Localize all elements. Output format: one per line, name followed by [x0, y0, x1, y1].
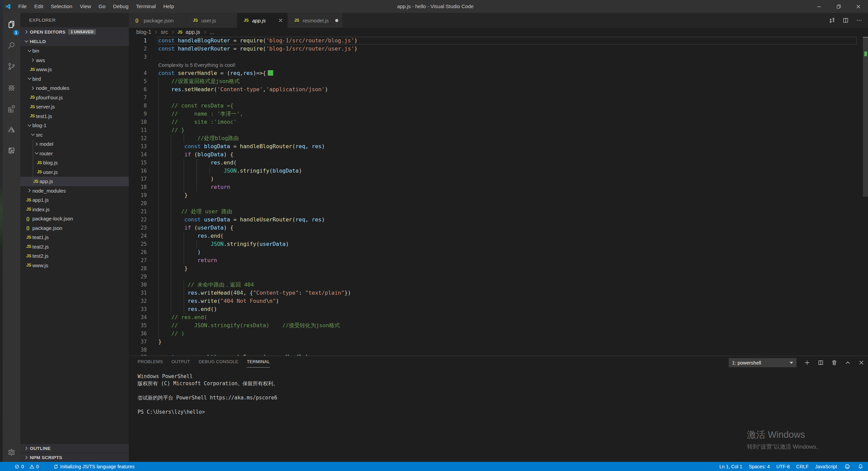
split-editor-button[interactable]	[842, 17, 849, 24]
close-panel-button[interactable]	[858, 359, 865, 366]
token: blogData	[272, 168, 299, 174]
menu-terminal[interactable]: Terminal	[132, 0, 160, 13]
language-status[interactable]: Initializing JS/TS language features	[53, 464, 135, 469]
tab-close-icon[interactable]	[278, 18, 283, 23]
select-arrow-icon	[790, 362, 793, 364]
activity-settings[interactable]	[6, 447, 17, 458]
status-indentation[interactable]: Spaces: 4	[749, 464, 770, 469]
tree-item-server.js[interactable]: JSserver.js	[20, 102, 129, 112]
status-cursor-position[interactable]: Ln 1, Col 1	[719, 464, 742, 469]
tree-item-package-lock.json[interactable]: {}package-lock.json	[20, 214, 129, 223]
activity-explorer[interactable]: 1	[6, 19, 17, 30]
tree-item-blog.js[interactable]: JSblog.js	[20, 158, 129, 168]
tree-item-src[interactable]: src	[20, 130, 129, 140]
editor-scrollbar[interactable]	[863, 37, 868, 356]
panel-tab-problems[interactable]: PROBLEMS	[138, 356, 163, 368]
token: userData	[204, 216, 230, 223]
minimize-button[interactable]	[809, 0, 829, 13]
breadcrumb-app.js[interactable]: JSapp.js	[178, 29, 200, 35]
token: }	[184, 265, 188, 272]
tab-package.json[interactable]: {}package.json	[129, 13, 186, 28]
breadcrumb-...[interactable]: ...	[210, 29, 214, 35]
tree-item-aws[interactable]: aws	[20, 56, 129, 65]
chevron-right-icon	[34, 141, 39, 147]
activity-deploy[interactable]	[6, 145, 17, 156]
tree-item-pfourFour.js[interactable]: JSpfourFour.js	[20, 93, 129, 102]
folder-section-header[interactable]: HELLO	[20, 37, 129, 46]
close-button[interactable]	[848, 0, 868, 13]
tab-resmodel.js[interactable]: JSresmodel.js	[288, 13, 343, 28]
restore-button[interactable]	[829, 0, 848, 13]
menu-file[interactable]: File	[15, 0, 31, 13]
terminal-select[interactable]: 1: powershell	[729, 358, 796, 367]
tab-app.js[interactable]: JSapp.js	[237, 13, 288, 28]
tree-item-www.js[interactable]: JSwww.js	[20, 65, 129, 74]
new-terminal-button[interactable]	[804, 359, 810, 366]
section-npm-scripts[interactable]: NPM SCRIPTS	[20, 453, 129, 462]
tree-item-app1.js[interactable]: JSapp1.js	[20, 195, 129, 205]
tree-item-router[interactable]: router	[20, 149, 129, 158]
sync-icon	[53, 464, 59, 469]
tree-item-node_modules[interactable]: node_modules	[20, 83, 129, 93]
panel-tab-terminal[interactable]: TERMINAL	[247, 356, 270, 368]
menu-debug[interactable]: Debug	[109, 0, 132, 13]
menu-selection[interactable]: Selection	[47, 0, 76, 13]
open-editors-section-header[interactable]: OPEN EDITORS 1 UNSAVED	[20, 27, 129, 37]
panel-tab-debug-console[interactable]: DEBUG CONSOLE	[199, 356, 238, 368]
breadcrumb-blog-1[interactable]: blog-1	[136, 29, 151, 35]
tree-item-model[interactable]: model	[20, 139, 129, 149]
terminal-output[interactable]: Windows PowerShell版权所有 (C) Microsoft Cor…	[138, 373, 278, 416]
tree-item-index.js[interactable]: JSindex.js	[20, 205, 129, 214]
code-line-31: 31 res.writeHead(404, {"Content-type": "…	[129, 289, 863, 297]
unsaved-badge: 1 UNSAVED	[68, 29, 96, 35]
status-notifications-bell[interactable]	[857, 464, 864, 470]
activity-debug[interactable]	[6, 82, 17, 93]
tree-item-label: node_modules	[33, 188, 66, 194]
tree-item-app.js[interactable]: JSapp.js	[20, 177, 129, 186]
split-terminal-button[interactable]	[817, 359, 824, 366]
tree-item-teat2.js[interactable]: JSteat2.js	[20, 242, 129, 252]
problems-status[interactable]: 00	[14, 464, 39, 469]
chevron-right-icon	[24, 29, 29, 35]
tree-item-user.js[interactable]: JSuser.js	[20, 168, 129, 177]
tree-item-test2.js[interactable]: JStest2.js	[20, 251, 129, 261]
breadcrumb-src[interactable]: src	[161, 29, 168, 35]
code-editor[interactable]: 1const handleBlogRouter = require('blog-…	[129, 37, 863, 356]
menu-go[interactable]: Go	[95, 0, 109, 13]
tree-item-bin[interactable]: bin	[20, 46, 129, 56]
menu-view[interactable]: View	[76, 0, 95, 13]
chevron-down-icon	[27, 48, 32, 54]
close-icon	[278, 18, 283, 23]
status-eol[interactable]: CRLF	[796, 464, 809, 469]
activity-azure[interactable]	[6, 124, 17, 135]
menu-edit[interactable]: Edit	[31, 0, 47, 13]
token: req	[230, 70, 240, 76]
code-text: // res.end(	[158, 313, 207, 321]
tree-item-package.json[interactable]: {}package.json	[20, 223, 129, 233]
status-encoding[interactable]: UTF-8	[776, 464, 790, 469]
status-language-mode[interactable]: JavaScript	[815, 464, 837, 469]
tab-user.js[interactable]: JSuser.js	[186, 13, 237, 28]
menu-bar: FileEditSelectionViewGoDebugTerminalHelp	[15, 0, 178, 13]
status-feedback-smiley[interactable]	[844, 464, 850, 470]
tab-modified-icon[interactable]	[335, 19, 338, 22]
menu-help[interactable]: Help	[160, 0, 178, 13]
tree-item-teat1.js[interactable]: JSteat1.js	[20, 233, 129, 242]
activity-search[interactable]	[6, 40, 17, 51]
scrollbar-slider[interactable]	[863, 37, 868, 197]
activity-source-control[interactable]	[6, 61, 17, 72]
tree-item-test1.js[interactable]: JStest1.js	[20, 112, 129, 121]
tree-item-node_modules[interactable]: node_modules	[20, 186, 129, 196]
panel-tab-output[interactable]: OUTPUT	[171, 356, 190, 368]
token: .	[237, 168, 240, 174]
codelens-annotation[interactable]: Complexity is 5 Everything is cool!	[158, 62, 236, 68]
more-actions-button[interactable]	[856, 17, 863, 24]
tree-item-www.js[interactable]: JSwww.js	[20, 261, 129, 270]
compare-changes-button[interactable]	[829, 17, 835, 24]
tree-item-blog-1[interactable]: blog-1	[20, 121, 129, 130]
tree-item-bird[interactable]: bird	[20, 74, 129, 84]
section-outline[interactable]: OUTLINE	[20, 444, 129, 453]
maximize-panel-button[interactable]	[845, 359, 851, 366]
kill-terminal-button[interactable]	[831, 359, 837, 366]
activity-extensions[interactable]	[6, 103, 17, 114]
